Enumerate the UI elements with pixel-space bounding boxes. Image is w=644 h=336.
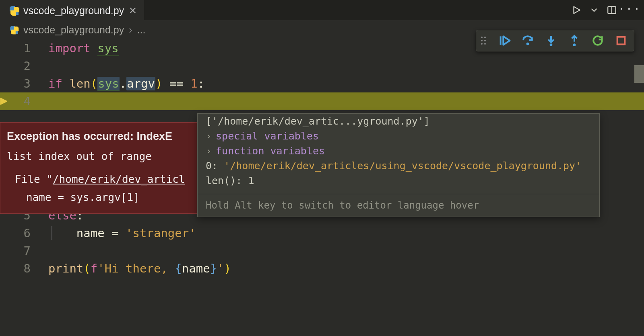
step-out-button[interactable] xyxy=(566,33,582,49)
debug-toolbar[interactable] xyxy=(476,30,634,51)
chevron-right-icon: › xyxy=(129,24,132,36)
exception-message: list index out of range xyxy=(7,149,190,164)
close-icon[interactable] xyxy=(129,6,137,14)
hover-len: len(): 1 xyxy=(198,173,599,188)
line-number: 8 xyxy=(0,260,40,277)
restart-button[interactable] xyxy=(590,33,606,49)
line-number: 4 xyxy=(0,92,40,110)
line-number: 6 xyxy=(0,224,40,242)
python-icon xyxy=(10,26,18,34)
tab-bar: vscode_playground.py ··· xyxy=(0,0,644,20)
current-execution-line: name = sys.argv[1] xyxy=(48,92,644,110)
svg-rect-8 xyxy=(617,37,625,45)
debug-hover: ['/home/erik/dev_artic...yground.py'] ›s… xyxy=(197,113,600,217)
scrollbar-thumb[interactable] xyxy=(634,65,644,83)
svg-point-7 xyxy=(573,43,576,46)
run-button[interactable] xyxy=(569,3,584,17)
exception-file: File "/home/erik/dev_articl xyxy=(7,172,190,187)
minimap-scrollbar[interactable] xyxy=(634,39,644,321)
exception-title: Exception has occurred: IndexE xyxy=(7,128,190,145)
exception-source-line: name = sys.argv[1] xyxy=(7,190,190,205)
line-number: 7 xyxy=(0,242,40,260)
svg-point-3 xyxy=(526,43,529,45)
python-icon xyxy=(10,6,19,15)
split-editor-button[interactable] xyxy=(605,3,619,17)
step-into-button[interactable] xyxy=(543,33,559,49)
stop-button[interactable] xyxy=(613,33,629,49)
continue-button[interactable] xyxy=(496,33,512,49)
breadcrumb-filename: vscode_playground.py xyxy=(23,24,124,36)
exception-panel: Exception has occurred: IndexE list inde… xyxy=(0,122,197,214)
hover-item-0: 0: '/home/erik/dev_articles/using_vscode… xyxy=(198,158,599,173)
tab-file[interactable]: vscode_playground.py xyxy=(0,0,144,20)
drag-handle-icon[interactable] xyxy=(481,36,489,45)
line-number: 2 xyxy=(0,57,40,75)
hover-summary: ['/home/erik/dev_artic...yground.py'] xyxy=(198,114,599,129)
tabbar-actions: ··· xyxy=(569,0,644,20)
hover-expand-function[interactable]: ›function variables xyxy=(198,143,599,158)
svg-point-5 xyxy=(550,43,553,46)
hover-expand-special[interactable]: ›special variables xyxy=(198,129,599,143)
step-over-button[interactable] xyxy=(520,33,536,49)
breadcrumb-rest: ... xyxy=(137,24,146,36)
run-dropdown[interactable] xyxy=(587,3,601,17)
hover-hint: Hold Alt key to switch to editor languag… xyxy=(198,194,599,214)
line-number: 3 xyxy=(0,75,40,92)
exception-file-link[interactable]: /home/erik/dev_articl xyxy=(53,173,185,185)
more-actions-button[interactable]: ··· xyxy=(622,3,637,17)
line-number: 1 xyxy=(0,39,40,57)
tab-filename: vscode_playground.py xyxy=(23,5,124,16)
